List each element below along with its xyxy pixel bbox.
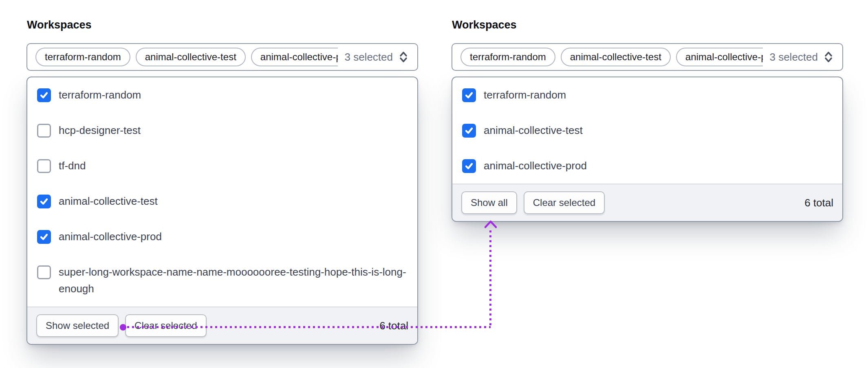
option-row[interactable]: terraform-random: [452, 77, 842, 113]
clear-selected-button[interactable]: Clear selected: [125, 314, 206, 337]
clear-selected-button[interactable]: Clear selected: [524, 191, 605, 214]
option-row[interactable]: terraform-random: [27, 77, 417, 113]
option-label: animal-collective-prod: [59, 228, 162, 245]
selected-tag: terraform-random: [35, 48, 130, 66]
selected-tag: animal-collective-test: [136, 48, 246, 66]
multiselect-trigger[interactable]: terraform-random animal-collective-test …: [452, 43, 843, 71]
checkbox[interactable]: [37, 124, 51, 138]
checkbox[interactable]: [37, 159, 51, 173]
field-label: Workspaces: [27, 18, 418, 31]
option-row[interactable]: super-long-workspace-name-name-moooooore…: [27, 254, 417, 307]
total-count: 6 total: [804, 197, 833, 209]
multiselect-trigger[interactable]: terraform-random animal-collective-test …: [26, 43, 418, 71]
show-all-button[interactable]: Show all: [461, 191, 517, 214]
selected-tags: terraform-random animal-collective-test …: [460, 48, 763, 66]
selected-tag: animal-collective-prod: [676, 48, 763, 66]
option-label: terraform-random: [59, 87, 141, 103]
workspaces-multiselect-right: Workspaces terraform-random animal-colle…: [452, 18, 843, 222]
selected-tag: animal-collective-prod: [251, 48, 338, 66]
option-label: terraform-random: [484, 87, 566, 103]
option-row[interactable]: animal-collective-prod: [452, 148, 842, 184]
option-label: animal-collective-prod: [484, 158, 587, 174]
option-label: super-long-workspace-name-name-moooooore…: [59, 264, 408, 297]
listbox-footer: Show selected Clear selected 6 total: [27, 307, 417, 344]
caret-updown-icon: [398, 50, 409, 64]
checkbox[interactable]: [462, 124, 476, 138]
show-selected-button[interactable]: Show selected: [36, 314, 119, 337]
caret-updown-icon: [823, 50, 834, 64]
checkbox[interactable]: [462, 159, 476, 173]
option-label: animal-collective-test: [59, 193, 158, 210]
option-row[interactable]: animal-collective-prod: [27, 219, 417, 254]
option-label: animal-collective-test: [484, 122, 583, 139]
selected-tag: terraform-random: [460, 48, 555, 66]
checkbox[interactable]: [462, 88, 476, 102]
option-row[interactable]: hcp-designer-test: [27, 113, 417, 148]
multiselect-listbox: terraform-random animal-collective-test …: [452, 77, 843, 222]
option-row[interactable]: animal-collective-test: [452, 113, 842, 148]
checkbox[interactable]: [37, 265, 51, 279]
option-label: tf-dnd: [59, 158, 86, 174]
option-label: hcp-designer-test: [59, 122, 141, 139]
checkbox[interactable]: [37, 88, 51, 102]
listbox-footer: Show all Clear selected 6 total: [452, 184, 842, 221]
checkbox[interactable]: [37, 195, 51, 208]
selected-count: 3 selected: [344, 51, 393, 64]
option-row[interactable]: animal-collective-test: [27, 184, 417, 219]
total-count: 6 total: [379, 320, 408, 332]
selected-count: 3 selected: [769, 51, 818, 64]
option-row[interactable]: tf-dnd: [27, 148, 417, 184]
multiselect-listbox: terraform-random hcp-designer-test tf-dn…: [26, 77, 418, 345]
selected-tag: animal-collective-test: [561, 48, 671, 66]
field-label: Workspaces: [452, 18, 843, 31]
annotation-dotted-line-vertical: [489, 230, 491, 327]
checkbox[interactable]: [37, 230, 51, 244]
selected-tags: terraform-random animal-collective-test …: [35, 48, 338, 66]
workspaces-multiselect-left: Workspaces terraform-random animal-colle…: [26, 18, 418, 345]
